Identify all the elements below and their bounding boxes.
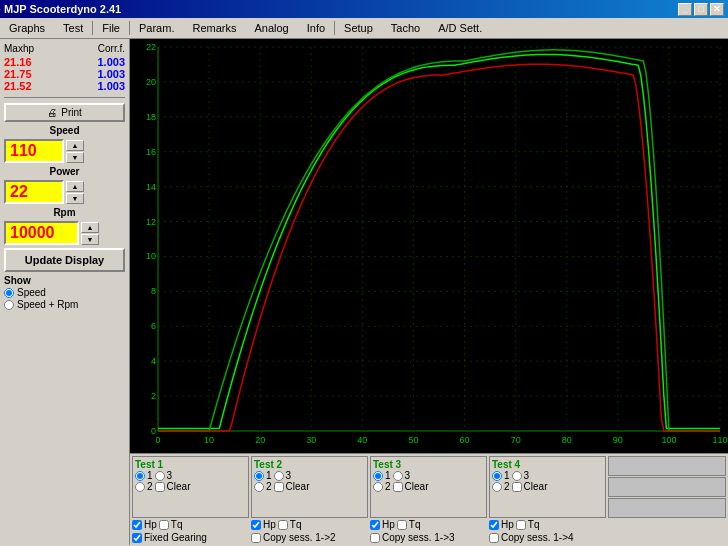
power-display: 22	[4, 180, 64, 204]
menu-graphs[interactable]: Graphs	[0, 19, 54, 37]
menu-info[interactable]: Info	[298, 19, 334, 37]
rpm-input-row: 10000 ▲ ▼	[4, 221, 125, 245]
extra-box-3	[608, 498, 726, 518]
test2-hp-check[interactable]	[251, 520, 261, 530]
test4-clear-check[interactable]	[512, 482, 522, 492]
copy-sess-12-check[interactable]	[251, 533, 261, 543]
test1-group: Test 1 1 3 2 Clear	[132, 456, 249, 518]
test2-radio-3[interactable]	[274, 471, 284, 481]
test2-checkboxes: Hp Tq	[251, 519, 368, 530]
speed-down-button[interactable]: ▼	[66, 152, 84, 163]
show-speed-label: Speed	[17, 287, 46, 298]
test3-clear-check[interactable]	[393, 482, 403, 492]
extra-boxes	[608, 456, 726, 518]
test4-checkboxes: Hp Tq	[489, 519, 606, 530]
test3-radio-2[interactable]	[373, 482, 383, 492]
main-layout: Maxhp Corr.f. 21.16 1.003 21.75 1.003 21…	[0, 39, 728, 545]
maxhp-row3: 21.52	[4, 80, 32, 92]
speed-display: 110	[4, 139, 64, 163]
test1-radio-2[interactable]	[135, 482, 145, 492]
test2-radio-2[interactable]	[254, 482, 264, 492]
menu-test[interactable]: Test	[54, 19, 92, 37]
corrf-row1: 1.003	[97, 56, 125, 68]
rpm-up-button[interactable]: ▲	[81, 222, 99, 233]
test3-tq-check[interactable]	[397, 520, 407, 530]
test4-radio-row1: 1 3	[492, 470, 603, 481]
test3-radio-3[interactable]	[393, 471, 403, 481]
menu-ad-sett[interactable]: A/D Sett.	[429, 19, 491, 37]
copy-sess-13-row: Copy sess. 1->3	[370, 532, 487, 543]
copy-sess-14-row: Copy sess. 1->4	[489, 532, 606, 543]
printer-icon: 🖨	[47, 107, 57, 118]
test4-radio-3[interactable]	[512, 471, 522, 481]
test2-title: Test 2	[254, 459, 365, 470]
test1-tq-check[interactable]	[159, 520, 169, 530]
test2-group: Test 2 1 3 2 Clear	[251, 456, 368, 518]
test3-group: Test 3 1 3 2 Clear	[370, 456, 487, 518]
copy-sess-13-check[interactable]	[370, 533, 380, 543]
menu-remarks[interactable]: Remarks	[183, 19, 245, 37]
test3-hp-check[interactable]	[370, 520, 380, 530]
extra-box-2	[608, 477, 726, 497]
power-up-button[interactable]: ▲	[66, 181, 84, 192]
corrf-row3: 1.003	[97, 80, 125, 92]
update-display-button[interactable]: Update Display	[4, 248, 125, 272]
show-speed-rpm-row: Speed + Rpm	[4, 299, 125, 310]
test1-clear-label: Clear	[167, 481, 191, 492]
extra-box-1	[608, 456, 726, 476]
corrf-label: Corr.f.	[98, 43, 125, 54]
test3-radio-1[interactable]	[373, 471, 383, 481]
show-speed-rpm-radio[interactable]	[4, 300, 14, 310]
test4-radio-2[interactable]	[492, 482, 502, 492]
show-speed-radio[interactable]	[4, 288, 14, 298]
test3-title: Test 3	[373, 459, 484, 470]
copy-sess-12-label: Copy sess. 1->2	[263, 532, 336, 543]
close-button[interactable]: ✕	[710, 3, 724, 16]
maxhp-row2: 21.75	[4, 68, 32, 80]
menu-param[interactable]: Param.	[130, 19, 183, 37]
rpm-display: 10000	[4, 221, 79, 245]
dyno-chart	[130, 39, 728, 453]
speed-up-button[interactable]: ▲	[66, 140, 84, 151]
test2-tq-check[interactable]	[278, 520, 288, 530]
test1-checkboxes: Hp Tq	[132, 519, 249, 530]
print-button[interactable]: 🖨 Print	[4, 103, 125, 122]
test1-clear-check[interactable]	[155, 482, 165, 492]
rpm-down-button[interactable]: ▼	[81, 234, 99, 245]
power-down-button[interactable]: ▼	[66, 193, 84, 204]
test1-radio-row2: 2 Clear	[135, 481, 246, 492]
test4-title: Test 4	[492, 459, 603, 470]
menu-setup[interactable]: Setup	[335, 19, 382, 37]
extra-checkboxes-spacer	[608, 519, 726, 530]
test1-radio-1[interactable]	[135, 471, 145, 481]
menu-analog[interactable]: Analog	[245, 19, 297, 37]
print-label: Print	[61, 107, 82, 118]
test3-clear-label: Clear	[405, 481, 429, 492]
copy-sess-13-label: Copy sess. 1->3	[382, 532, 455, 543]
test2-clear-check[interactable]	[274, 482, 284, 492]
power-spinner: ▲ ▼	[66, 181, 84, 204]
rpm-label: Rpm	[4, 207, 125, 218]
maximize-button[interactable]: □	[694, 3, 708, 16]
rpm-spinner: ▲ ▼	[81, 222, 99, 245]
test2-radio-1[interactable]	[254, 471, 264, 481]
test2-radio-row2: 2 Clear	[254, 481, 365, 492]
minimize-button[interactable]: _	[678, 3, 692, 16]
copy-sess-14-check[interactable]	[489, 533, 499, 543]
test4-radio-row2: 2 Clear	[492, 481, 603, 492]
test1-radio-3[interactable]	[155, 471, 165, 481]
menu-file[interactable]: File	[93, 19, 129, 37]
test3-checkboxes: Hp Tq	[370, 519, 487, 530]
test4-hp-check[interactable]	[489, 520, 499, 530]
app-title: MJP Scooterdyno 2.41	[4, 3, 121, 15]
test2-clear-label: Clear	[286, 481, 310, 492]
test4-tq-check[interactable]	[516, 520, 526, 530]
show-label: Show	[4, 275, 125, 286]
show-speed-row: Speed	[4, 287, 125, 298]
chart-area	[130, 39, 728, 453]
test1-hp-check[interactable]	[132, 520, 142, 530]
menu-tacho[interactable]: Tacho	[382, 19, 429, 37]
fixed-gearing-row: Fixed Gearing	[132, 532, 249, 543]
fixed-gearing-check[interactable]	[132, 533, 142, 543]
test4-radio-1[interactable]	[492, 471, 502, 481]
